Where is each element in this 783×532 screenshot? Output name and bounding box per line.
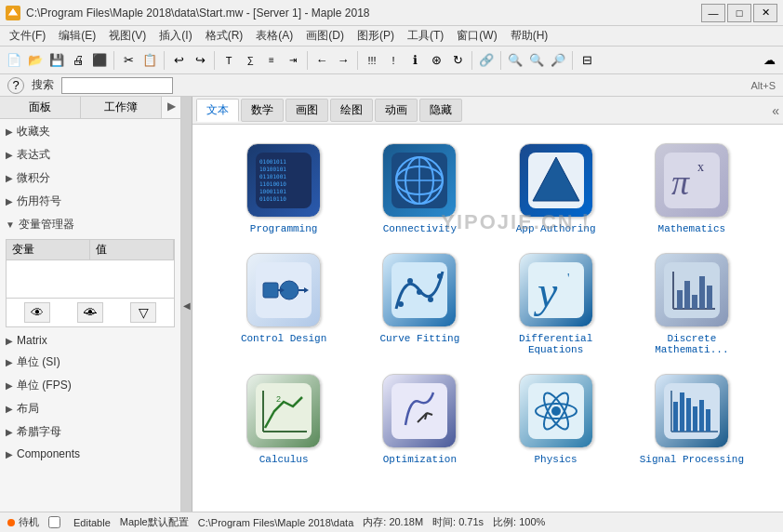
exec2-btn[interactable]: ! (383, 50, 404, 71)
app-optimization[interactable]: Optimization (356, 374, 483, 465)
close-button[interactable]: ✕ (753, 4, 777, 22)
back-button[interactable]: ← (312, 50, 332, 71)
arrow-icon3: ▶ (6, 173, 13, 183)
sidebar-tab-workbook[interactable]: 工作簿 (81, 97, 162, 118)
copy-button[interactable]: 📋 (139, 50, 160, 71)
svg-rect-20 (263, 283, 278, 298)
section-expr-header[interactable]: ▶ 表达式 (2, 144, 179, 166)
sidebar-collapse-btn[interactable]: ▶ (162, 97, 180, 115)
link-btn[interactable]: 🔗 (476, 50, 497, 71)
tab-hidden[interactable]: 隐藏 (419, 99, 462, 122)
sidebar-tab-panel[interactable]: 面板 (0, 97, 81, 118)
app-authoring[interactable]: App Authoring (493, 143, 619, 234)
forward-button[interactable]: → (333, 50, 353, 71)
app-label-signal: Signal Processing (640, 454, 744, 465)
app-icon-calculus: 2 (246, 374, 321, 448)
maximize-button[interactable]: □ (727, 4, 751, 22)
text-btn[interactable]: T (219, 50, 239, 71)
menu-edit[interactable]: 编辑(E) (53, 26, 101, 46)
section-greek-header[interactable]: ▶ 希腊字母 (2, 421, 179, 443)
app-curve-fitting[interactable]: Curve Fitting (356, 253, 483, 355)
redo-button[interactable]: ↪ (190, 50, 210, 71)
menu-graphics[interactable]: 图形(P) (352, 26, 400, 46)
menu-help[interactable]: 帮助(H) (505, 26, 554, 46)
editable-checkbox[interactable] (48, 516, 60, 528)
exec-btn[interactable]: !!! (362, 50, 382, 71)
app-physics[interactable]: Physics (493, 374, 619, 465)
app-programming[interactable]: 01001011 10100101 01101001 11010010 1000… (220, 143, 347, 234)
search-input[interactable] (61, 77, 173, 94)
app-diff-eq[interactable]: y ' Differential Equations (493, 253, 619, 355)
section-fps-header[interactable]: ▶ 单位 (FPS) (2, 375, 179, 396)
new-button[interactable]: 📄 (4, 50, 24, 71)
menu-format[interactable]: 格式(R) (200, 26, 249, 46)
window-controls[interactable]: — □ ✕ (701, 4, 777, 22)
svg-text:01101001: 01101001 (259, 173, 286, 180)
print-button[interactable]: 🖨 (68, 50, 88, 71)
var-col1: 变量 (7, 240, 90, 259)
section-symbols: ▶ 伤用符号 (2, 191, 179, 212)
arrow-icon2: ▶ (6, 150, 13, 160)
undo-button[interactable]: ↩ (168, 50, 189, 71)
memory-label: 内存: 20.18M (363, 515, 423, 529)
tab-plot[interactable]: 绘图 (330, 99, 373, 122)
save-button[interactable]: 💾 (46, 50, 67, 71)
tb-btn5[interactable]: ⬛ (89, 50, 110, 71)
refresh-btn[interactable]: ↻ (447, 50, 468, 71)
menu-draw[interactable]: 画图(D) (300, 26, 350, 46)
svg-rect-41 (699, 276, 705, 309)
var-show-btn[interactable]: 👁 (24, 302, 50, 323)
tab-nav-icon[interactable]: « (772, 103, 779, 118)
minimize-button[interactable]: — (701, 4, 725, 22)
app-calculus[interactable]: 2 Calculus (220, 374, 347, 465)
section-comp-header[interactable]: ▶ Components (2, 445, 179, 463)
svg-text:10001101: 10001101 (259, 188, 286, 194)
section-var-header[interactable]: ▼ 变量管理器 (2, 214, 179, 235)
svg-text:x: x (697, 160, 704, 174)
var-hide-btn[interactable]: 👁 (77, 302, 103, 323)
stop-btn[interactable]: ⊛ (426, 50, 446, 71)
section-sym-header[interactable]: ▶ 伤用符号 (2, 191, 179, 212)
help-btn[interactable]: ? (7, 77, 24, 94)
app-connectivity[interactable]: Connectivity (356, 143, 483, 234)
math-btn[interactable]: ∑ (240, 50, 260, 71)
app-discrete-math[interactable]: Discrete Mathemati... (629, 253, 755, 355)
sidebar-toggle[interactable]: ◀ (181, 97, 192, 513)
menu-table[interactable]: 表格(A) (250, 26, 299, 46)
app-label-control: Control Design (241, 333, 326, 344)
menu-tools[interactable]: 工具(T) (402, 26, 449, 46)
section-matrix-header[interactable]: ▶ Matrix (2, 331, 179, 350)
open-button[interactable]: 📂 (25, 50, 46, 71)
sidebar: 面板 工作簿 ▶ ▶ 收藏夹 ▶ 表达式 ▶ 微积分 (0, 97, 181, 513)
main-layout: 面板 工作簿 ▶ ▶ 收藏夹 ▶ 表达式 ▶ 微积分 (0, 97, 783, 513)
tab-text[interactable]: 文本 (196, 99, 239, 122)
tab-animation[interactable]: 动画 (375, 99, 418, 122)
indent-btn[interactable]: ⇥ (283, 50, 303, 71)
section-si-header[interactable]: ▶ 单位 (SI) (2, 352, 179, 373)
format-btn[interactable]: ≡ (261, 50, 282, 71)
tab-draw[interactable]: 画图 (285, 99, 328, 122)
zoom-in-btn[interactable]: 🔍 (505, 50, 525, 71)
app-control-design[interactable]: Control Design (220, 253, 347, 355)
menu-window[interactable]: 窗口(W) (451, 26, 502, 46)
tab-math[interactable]: 数学 (241, 99, 284, 122)
layout-btn[interactable]: ⊟ (577, 50, 597, 71)
section-layout-header[interactable]: ▶ 布局 (2, 398, 179, 419)
app-label-programming: Programming (250, 223, 318, 234)
section-calc-header[interactable]: ▶ 微积分 (2, 167, 179, 189)
cloud-btn[interactable]: ☁ (759, 50, 779, 71)
menu-insert[interactable]: 插入(I) (153, 26, 197, 46)
section-comp-label: Components (17, 447, 80, 460)
app-icon-diffeq: y ' (519, 253, 593, 327)
cut-button[interactable]: ✂ (118, 50, 139, 71)
app-signal[interactable]: Signal Processing (629, 374, 755, 465)
info-btn[interactable]: ℹ (405, 50, 425, 71)
zoom3-btn[interactable]: 🔎 (548, 50, 568, 71)
var-filter-btn[interactable]: ▽ (130, 302, 156, 323)
app-mathematics[interactable]: π x Mathematics (629, 143, 755, 234)
zoom-out-btn[interactable]: 🔍 (526, 50, 547, 71)
menu-file[interactable]: 文件(F) (4, 26, 51, 46)
section-favorites-header[interactable]: ▶ 收藏夹 (2, 121, 179, 142)
svg-text:01001011: 01001011 (259, 158, 286, 165)
menu-view[interactable]: 视图(V) (103, 26, 152, 46)
